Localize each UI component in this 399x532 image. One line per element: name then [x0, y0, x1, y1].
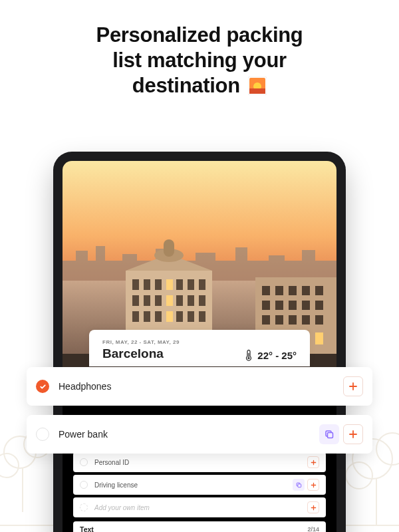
svg-rect-63 [315, 301, 323, 310]
svg-rect-56 [289, 286, 297, 295]
copy-button[interactable] [319, 424, 339, 444]
svg-rect-38 [188, 295, 194, 306]
packing-item-headphones[interactable]: Headphones [27, 367, 372, 406]
checkbox-unchecked-icon[interactable] [36, 428, 49, 441]
packing-item-label: Power bank [59, 429, 315, 440]
add-button[interactable] [343, 376, 363, 396]
svg-point-2 [0, 454, 19, 477]
section-header[interactable]: Text 2/14 [73, 521, 326, 532]
svg-rect-19 [196, 253, 215, 264]
svg-rect-61 [289, 301, 297, 310]
list-item-label: Driving license [94, 481, 290, 489]
svg-rect-68 [315, 315, 323, 325]
svg-rect-34 [132, 295, 139, 306]
headline-line1: Personalized packing [96, 23, 303, 47]
svg-point-5 [376, 433, 399, 465]
svg-rect-37 [176, 295, 183, 306]
svg-rect-41 [144, 311, 150, 322]
destination-dates: FRI, MAY, 22 - SAT, MAY, 29 [102, 339, 180, 345]
svg-rect-62 [302, 301, 310, 310]
svg-rect-20 [235, 247, 247, 264]
svg-rect-64 [262, 315, 270, 325]
svg-rect-66 [289, 315, 297, 325]
svg-rect-21 [269, 255, 285, 264]
svg-rect-31 [176, 279, 183, 290]
svg-rect-17 [122, 254, 137, 264]
svg-rect-42 [155, 311, 162, 322]
list-item[interactable]: Driving license [73, 475, 326, 495]
thermometer-icon [244, 349, 253, 361]
svg-rect-57 [302, 286, 310, 295]
headline: Personalized packing list matching your … [0, 0, 399, 98]
svg-rect-16 [96, 246, 105, 264]
add-item-placeholder: Add your own item [94, 504, 305, 511]
copy-button[interactable] [293, 479, 305, 491]
sunset-icon [248, 76, 267, 94]
svg-rect-45 [199, 311, 205, 322]
svg-rect-40 [132, 311, 139, 322]
destination-temperature: 22° - 25° [244, 349, 297, 361]
temperature-value: 22° - 25° [257, 350, 297, 361]
svg-rect-46 [166, 279, 173, 290]
svg-rect-27 [164, 239, 174, 257]
destination-city: Barcelona [102, 346, 180, 361]
svg-rect-54 [262, 286, 270, 295]
headline-line2: list matching your [112, 49, 287, 72]
svg-rect-28 [132, 279, 139, 290]
section-name: Text [80, 525, 94, 532]
checkbox-unchecked-icon[interactable] [80, 481, 88, 489]
svg-point-78 [248, 357, 250, 359]
svg-rect-59 [262, 301, 270, 310]
svg-point-6 [346, 462, 372, 489]
svg-rect-36 [155, 295, 162, 306]
svg-rect-55 [275, 286, 283, 295]
svg-rect-60 [275, 301, 283, 310]
svg-rect-58 [315, 286, 323, 295]
svg-rect-39 [199, 295, 205, 306]
svg-rect-43 [176, 311, 183, 322]
headline-line3: destination [132, 74, 240, 97]
floating-cards: Headphones Power bank [27, 367, 372, 463]
svg-rect-12 [249, 88, 265, 94]
svg-rect-33 [199, 279, 205, 290]
svg-rect-29 [144, 279, 150, 290]
add-own-item-row[interactable]: Add your own item [73, 497, 326, 517]
svg-rect-47 [166, 295, 173, 306]
add-button[interactable] [307, 501, 319, 513]
section-count: 2/14 [307, 526, 319, 532]
svg-rect-81 [328, 433, 333, 438]
svg-rect-65 [275, 315, 283, 325]
inner-list: Personal ID Driving license Add your own… [73, 452, 326, 532]
svg-rect-15 [76, 251, 88, 264]
destination-card: FRI, MAY, 22 - SAT, MAY, 29 Barcelona 22… [89, 330, 310, 366]
svg-rect-22 [302, 250, 315, 264]
checkbox-checked-icon[interactable] [36, 380, 49, 393]
svg-rect-35 [144, 295, 150, 306]
add-button[interactable] [307, 479, 319, 491]
packing-item-label: Headphones [59, 381, 339, 392]
svg-rect-44 [188, 311, 194, 322]
svg-rect-30 [155, 279, 162, 290]
checkbox-placeholder-icon [80, 503, 88, 511]
svg-rect-48 [166, 311, 173, 322]
svg-rect-67 [302, 315, 310, 325]
packing-item-power-bank[interactable]: Power bank [27, 415, 372, 454]
svg-rect-83 [297, 483, 301, 487]
add-button[interactable] [343, 424, 363, 444]
svg-rect-32 [188, 279, 194, 290]
